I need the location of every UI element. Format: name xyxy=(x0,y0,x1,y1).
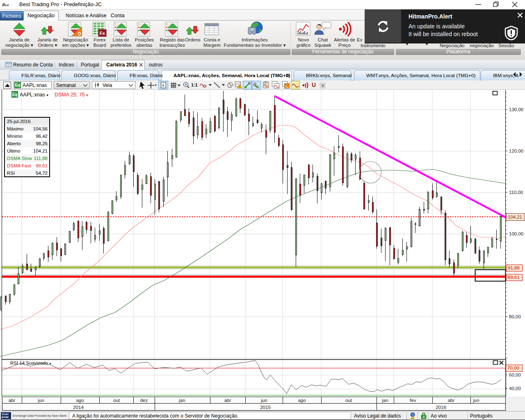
svg-text:2016: 2016 xyxy=(436,405,446,410)
svg-text:2015: 2015 xyxy=(260,405,271,410)
svg-text:110,00: 110,00 xyxy=(509,190,523,195)
svg-text:60,00: 60,00 xyxy=(509,372,521,377)
svg-text:jun: jun xyxy=(472,398,479,403)
svg-text:104,21: 104,21 xyxy=(508,215,522,219)
svg-text:dez: dez xyxy=(140,398,148,403)
svg-text:120,00: 120,00 xyxy=(509,148,523,153)
svg-text:jun: jun xyxy=(260,398,267,403)
svg-text:ago: ago xyxy=(76,398,84,403)
svg-text:ago: ago xyxy=(298,398,306,403)
svg-text:130,00: 130,00 xyxy=(509,107,523,112)
svg-text:out: out xyxy=(345,398,352,403)
svg-text:2014: 2014 xyxy=(73,405,84,410)
svg-text:abr: abr xyxy=(448,398,455,403)
svg-text:jan: jan xyxy=(381,398,388,403)
svg-text:jun: jun xyxy=(37,398,44,403)
svg-text:abr: abr xyxy=(9,398,16,403)
svg-text:fev: fev xyxy=(410,398,416,403)
svg-text:40,00: 40,00 xyxy=(509,386,521,391)
svg-text:91,88: 91,88 xyxy=(508,265,520,270)
svg-text:89,61: 89,61 xyxy=(508,275,520,280)
svg-text:100,00: 100,00 xyxy=(509,231,523,236)
svg-text:80,00: 80,00 xyxy=(509,314,521,319)
svg-text:out: out xyxy=(113,398,120,403)
svg-text:70,00: 70,00 xyxy=(507,365,519,370)
svg-text:abr: abr xyxy=(224,398,231,403)
svg-text:jan: jan xyxy=(178,398,185,403)
